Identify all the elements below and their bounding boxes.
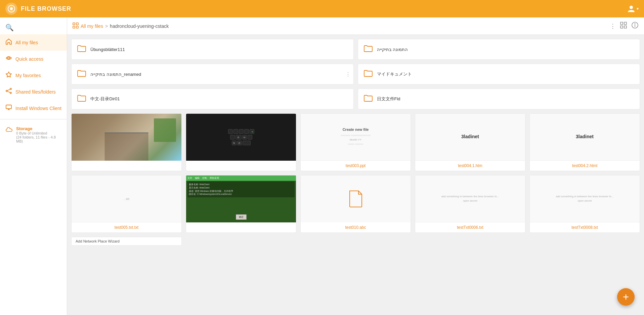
svg-point-4 <box>10 88 11 90</box>
grid-view-button[interactable] <box>620 21 627 31</box>
file-name: test004.2.html <box>571 161 599 171</box>
grid-area: Übungsblätter111 התמונה בתיקייה <box>67 35 644 315</box>
file-card[interactable]: 3ladinet test004.2.html <box>529 113 640 171</box>
svg-line-8 <box>7 91 10 93</box>
folder-menu-button[interactable]: ⋮ <box>345 71 351 77</box>
file-card[interactable]: ...txt test005.txt.txt <box>71 175 182 233</box>
folder-icon <box>363 94 373 104</box>
file-card[interactable]: 3ladinet test004.1.htm <box>415 113 525 171</box>
sidebar: 🔍 All my files Quick access <box>0 17 67 315</box>
svg-point-6 <box>10 92 11 94</box>
file-card[interactable]: ■ G H N D <box>186 113 296 171</box>
file-card[interactable]: Create new file ○○○○○○ ○○○○○○○○○○○○ Mont… <box>300 113 411 171</box>
user-menu[interactable]: ▾ <box>627 4 639 13</box>
folder-name: マイドキュメント <box>377 71 412 77</box>
file-name: test005.txt.txt <box>113 222 140 232</box>
folder-card[interactable]: Übungsblätter111 <box>71 39 354 60</box>
folder-icon <box>363 44 373 55</box>
svg-rect-12 <box>73 23 75 25</box>
file-preview: add something in between the lines brows… <box>530 175 640 222</box>
info-button[interactable] <box>631 21 639 31</box>
breadcrumb-grid-icon <box>73 22 79 30</box>
sidebar-item-all-my-files[interactable]: All my files <box>0 34 67 51</box>
sidebar-item-install-windows[interactable]: Install Windows Client <box>0 100 67 116</box>
folder-name: 日文文件Fld <box>377 96 400 102</box>
file-preview <box>72 114 181 161</box>
svg-point-22 <box>635 23 635 24</box>
sidebar-label-shared-files: Shared files/folders <box>15 89 56 95</box>
toolbar: All my files > hadroncloud-yuening-cstac… <box>67 17 644 35</box>
svg-rect-14 <box>73 26 75 28</box>
file-preview: 3ladinet <box>530 114 640 161</box>
svg-line-7 <box>7 89 10 91</box>
folder-name: התמונה בתיקייה <box>377 47 408 52</box>
folder-name: 中文-目录Dir01 <box>90 96 120 102</box>
folder-card[interactable]: התמונה בתיקייה <box>358 39 640 60</box>
sidebar-storage: Storage 0 Byte of Unlimited (24 folders,… <box>0 122 67 147</box>
breadcrumb-current: hadroncloud-yuening-cstack <box>110 23 169 29</box>
file-name: test010.abc <box>344 222 367 232</box>
file-preview <box>301 175 411 222</box>
sidebar-label-my-favorites: My favorites <box>15 73 41 78</box>
file-name <box>239 161 243 170</box>
more-options-button[interactable]: ⋮ <box>610 22 616 30</box>
sidebar-item-shared-files[interactable]: Shared files/folders <box>0 84 67 100</box>
main-layout: 🔍 All my files Quick access <box>0 17 644 315</box>
storage-text: Storage 0 Byte of Unlimited (24 folders,… <box>16 126 61 143</box>
svg-rect-9 <box>6 105 11 109</box>
file-name: testTxt0006.txt <box>456 222 485 232</box>
file-card[interactable]: add something in between the lines brows… <box>415 175 525 233</box>
app-logo <box>5 3 17 15</box>
file-preview: ...txt <box>72 175 181 222</box>
file-preview: add something in between the lines brows… <box>415 175 525 222</box>
folder-icon <box>363 69 373 80</box>
svg-rect-19 <box>624 26 627 28</box>
file-preview: 3ladinet <box>415 114 525 161</box>
sidebar-item-my-favorites[interactable]: My favorites <box>0 67 67 84</box>
svg-rect-18 <box>620 26 623 28</box>
fab-add-button[interactable]: + <box>617 288 635 306</box>
header-right: ▾ <box>627 4 639 13</box>
folder-card[interactable]: 日文文件Fld <box>358 89 640 109</box>
folder-card[interactable]: 中文-目录Dir01 <box>71 89 354 109</box>
share-icon <box>5 88 12 96</box>
sidebar-item-quick-access[interactable]: Quick access <box>0 51 67 67</box>
file-name <box>239 222 243 232</box>
monitor-icon <box>5 104 12 112</box>
file-preview: ■ G H N D <box>186 114 296 161</box>
file-preview: Create new file ○○○○○○ ○○○○○○○○○○○○ Mont… <box>301 114 411 161</box>
cloud-icon <box>5 127 13 135</box>
star-icon <box>5 71 12 80</box>
file-name <box>125 161 128 170</box>
file-card[interactable] <box>71 113 182 171</box>
partial-file-card[interactable]: Add Network Place Wizard <box>71 237 182 246</box>
home-icon <box>5 38 12 47</box>
file-card[interactable]: add something in between the lines brows… <box>529 175 640 233</box>
folder-icon <box>77 69 86 80</box>
folder-icon <box>77 44 86 55</box>
sidebar-search-area: 🔍 <box>0 21 67 34</box>
header-left: FILE BROWSER <box>5 3 71 15</box>
toolbar-right: ⋮ <box>610 21 639 31</box>
file-card[interactable]: 文件编辑控制帮助采用 服务名称: WebClient 显示名称: WebClie… <box>186 175 296 233</box>
eye-icon <box>5 55 12 63</box>
breadcrumb-root[interactable]: All my files <box>81 23 103 29</box>
sidebar-label-quick-access: Quick access <box>15 56 43 62</box>
search-icon[interactable]: 🔍 <box>5 23 14 32</box>
folder-name: התמונה בתיקייה_renamed <box>90 72 141 77</box>
svg-rect-17 <box>624 22 627 24</box>
file-preview: 文件编辑控制帮助采用 服务名称: WebClient 显示名称: WebClie… <box>186 175 296 222</box>
folder-card[interactable]: マイドキュメント <box>358 64 640 85</box>
file-name: test003.ppt <box>344 161 367 171</box>
file-icon <box>301 175 411 222</box>
folder-card[interactable]: התמונה בתיקייה_renamed ⋮ <box>71 64 354 85</box>
svg-point-2 <box>630 6 633 9</box>
svg-point-1 <box>10 8 12 10</box>
folder-icon <box>77 94 86 104</box>
svg-point-3 <box>8 57 10 59</box>
svg-rect-13 <box>76 23 78 25</box>
content-area: All my files > hadroncloud-yuening-cstac… <box>67 17 644 315</box>
file-name: testTxt0008.txt <box>570 222 599 232</box>
sidebar-divider <box>0 119 67 119</box>
file-card[interactable]: test010.abc <box>300 175 411 233</box>
